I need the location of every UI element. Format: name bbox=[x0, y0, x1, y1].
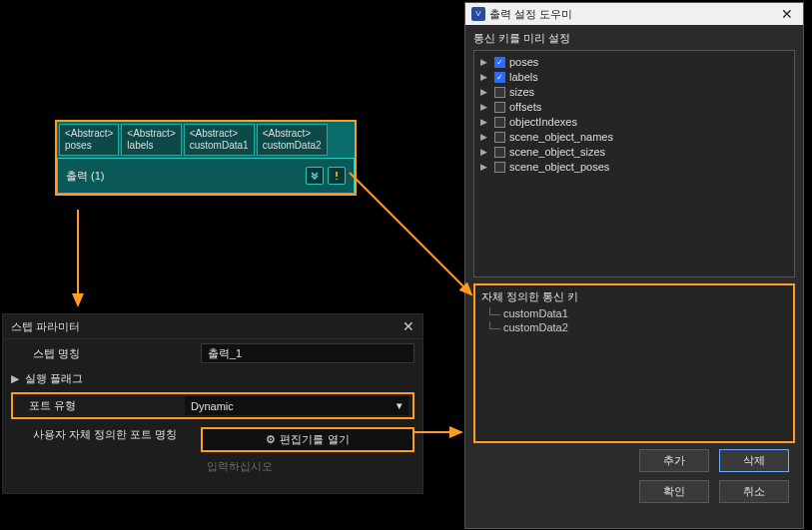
checkbox[interactable] bbox=[494, 72, 505, 83]
tree-item[interactable]: ▶sizes bbox=[478, 85, 790, 100]
chevron-right-icon[interactable]: ▶ bbox=[480, 85, 490, 100]
tree-item-label: offsets bbox=[509, 100, 541, 115]
custom-keys-label: 자체 정의한 통신 키 bbox=[481, 289, 787, 304]
app-icon: V bbox=[471, 7, 485, 21]
chevron-right-icon[interactable]: ▶ bbox=[480, 70, 490, 85]
gear-icon: ⚙ bbox=[266, 433, 276, 446]
exec-flag-label: 실행 플래그 bbox=[25, 371, 195, 386]
step-panel-title: 스텝 파라미터 bbox=[11, 319, 80, 334]
open-editor-button[interactable]: ⚙ 편집기를 열기 bbox=[201, 427, 414, 452]
checkbox[interactable] bbox=[494, 162, 505, 173]
port-type-dropdown[interactable]: Dynamic ▾ bbox=[185, 396, 408, 415]
add-button[interactable]: 추가 bbox=[639, 449, 709, 472]
tree-item-label: objectIndexes bbox=[509, 115, 577, 130]
port-type-value: Dynamic bbox=[191, 400, 234, 412]
port-name: poses bbox=[65, 140, 113, 152]
delete-button[interactable]: 삭제 bbox=[719, 449, 789, 472]
checkbox[interactable] bbox=[494, 117, 505, 128]
cancel-button[interactable]: 취소 bbox=[719, 480, 789, 503]
chevron-right-icon[interactable]: ▶ bbox=[480, 145, 490, 160]
port-type: <Abstract> bbox=[127, 128, 175, 140]
output-settings-dialog: V 출력 설정 도우미 ✕ 통신 키를 미리 설정 ▶poses▶labels▶… bbox=[464, 2, 804, 529]
tree-item[interactable]: ▶scene_object_poses bbox=[478, 160, 790, 175]
node-body: 출력 (1) bbox=[57, 158, 355, 194]
custom-key-item[interactable]: customData2 bbox=[481, 320, 787, 334]
user-port-name-label: 사용자 자체 정의한 포트 명칭 bbox=[25, 427, 195, 442]
node-port[interactable]: <Abstract> labels bbox=[121, 124, 181, 156]
step-panel-header: 스텝 파라미터 ✕ bbox=[3, 314, 422, 339]
checkbox[interactable] bbox=[494, 102, 505, 113]
checkbox[interactable] bbox=[494, 57, 505, 68]
checkbox[interactable] bbox=[494, 132, 505, 143]
tree-item-label: poses bbox=[509, 55, 538, 70]
node-info-button[interactable] bbox=[328, 167, 346, 185]
node-expand-button[interactable] bbox=[306, 167, 324, 185]
preset-keys-tree[interactable]: ▶poses▶labels▶sizes▶offsets▶objectIndexe… bbox=[473, 50, 795, 277]
step-parameter-panel: 스텝 파라미터 ✕ 스텝 명칭 ▶ 실행 플래그 포트 유형 Dynamic ▾… bbox=[2, 313, 423, 494]
chevron-right-icon[interactable]: ▶ bbox=[11, 372, 19, 385]
close-icon[interactable]: ✕ bbox=[403, 318, 414, 334]
tree-item[interactable]: ▶offsets bbox=[478, 100, 790, 115]
tree-item-label: labels bbox=[509, 70, 538, 85]
port-name: customData1 bbox=[190, 140, 249, 152]
chevron-right-icon[interactable]: ▶ bbox=[480, 100, 490, 115]
port-name: labels bbox=[127, 140, 175, 152]
preset-keys-label: 통신 키를 미리 설정 bbox=[465, 25, 803, 50]
node-title: 출력 (1) bbox=[66, 169, 105, 184]
node-port[interactable]: <Abstract> customData1 bbox=[184, 124, 255, 156]
dialog-titlebar[interactable]: V 출력 설정 도우미 ✕ bbox=[465, 3, 803, 25]
node-ports-row: <Abstract> poses <Abstract> labels <Abst… bbox=[57, 122, 355, 158]
user-port-name-placeholder: 입력하십시오 bbox=[201, 456, 414, 477]
custom-keys-box[interactable]: 자체 정의한 통신 키 customData1customData2 bbox=[473, 283, 795, 443]
tree-item[interactable]: ▶objectIndexes bbox=[478, 115, 790, 130]
chevron-right-icon[interactable]: ▶ bbox=[480, 160, 490, 175]
tree-item[interactable]: ▶poses bbox=[478, 55, 790, 70]
tree-item[interactable]: ▶labels bbox=[478, 70, 790, 85]
tree-item-label: sizes bbox=[509, 85, 534, 100]
node-port[interactable]: <Abstract> poses bbox=[59, 124, 119, 156]
ok-button[interactable]: 확인 bbox=[639, 480, 709, 503]
dialog-title-text: 출력 설정 도우미 bbox=[489, 7, 572, 22]
chevron-right-icon[interactable]: ▶ bbox=[480, 130, 490, 145]
open-editor-label: 편집기를 열기 bbox=[280, 432, 349, 447]
output-node[interactable]: <Abstract> poses <Abstract> labels <Abst… bbox=[55, 120, 357, 196]
tree-item-label: scene_object_names bbox=[509, 130, 613, 145]
checkbox[interactable] bbox=[494, 87, 505, 98]
port-name: customData2 bbox=[263, 140, 322, 152]
node-port[interactable]: <Abstract> customData2 bbox=[257, 124, 328, 156]
chevron-right-icon[interactable]: ▶ bbox=[480, 55, 490, 70]
tree-item[interactable]: ▶scene_object_sizes bbox=[478, 145, 790, 160]
tree-item[interactable]: ▶scene_object_names bbox=[478, 130, 790, 145]
checkbox[interactable] bbox=[494, 147, 505, 158]
chevron-right-icon[interactable]: ▶ bbox=[480, 115, 490, 130]
chevron-down-icon: ▾ bbox=[397, 399, 403, 412]
tree-item-label: scene_object_poses bbox=[509, 160, 609, 175]
port-type: <Abstract> bbox=[263, 128, 322, 140]
port-type-label: 포트 유형 bbox=[17, 398, 185, 413]
tree-item-label: scene_object_sizes bbox=[509, 145, 605, 160]
svg-line-1 bbox=[350, 173, 471, 294]
port-type: <Abstract> bbox=[65, 128, 113, 140]
custom-key-item[interactable]: customData1 bbox=[481, 306, 787, 320]
port-type: <Abstract> bbox=[190, 128, 249, 140]
step-name-label: 스텝 명칭 bbox=[25, 346, 195, 361]
step-name-input[interactable] bbox=[201, 343, 414, 363]
dialog-close-icon[interactable]: ✕ bbox=[777, 6, 797, 22]
